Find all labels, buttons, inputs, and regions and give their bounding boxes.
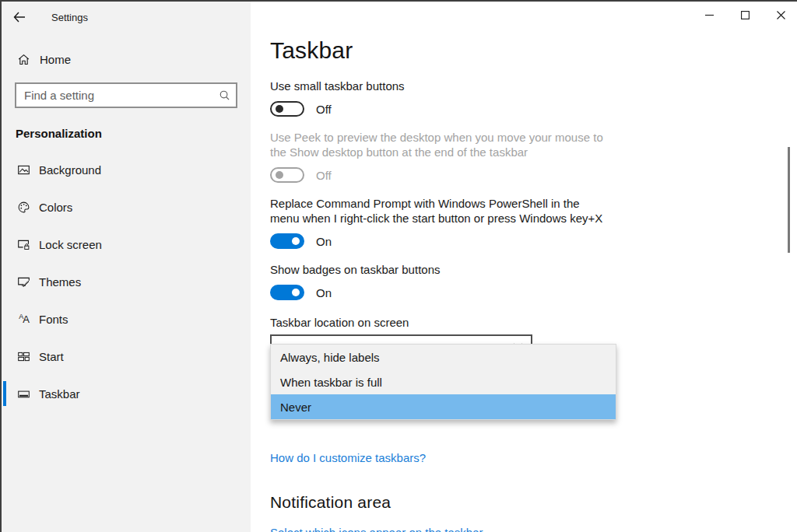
sidebar-section-title: Personalization: [16, 127, 251, 140]
sidebar-home-label: Home: [40, 53, 71, 66]
toggle-state-label: Off: [316, 169, 332, 182]
notification-area-title: Notification area: [270, 493, 797, 512]
toggle-knob: [276, 105, 283, 113]
palette-icon: [17, 201, 30, 214]
toggle-use-peek: [270, 167, 304, 183]
toggle-replace-command-prompt[interactable]: [270, 233, 304, 249]
settings-window: Settings Home Personalization Background: [0, 0, 797, 532]
setting-row-powershell: On: [270, 233, 797, 249]
vertical-scrollbar-thumb[interactable]: [788, 147, 790, 253]
setting-label-small-buttons: Use small taskbar buttons: [270, 79, 606, 93]
sidebar-item-themes[interactable]: Themes: [2, 263, 251, 300]
taskbar-location-label: Taskbar location on screen: [270, 316, 797, 329]
back-button[interactable]: [2, 2, 37, 32]
sidebar-item-label: Fonts: [39, 313, 68, 326]
minimize-icon: [705, 11, 714, 19]
sidebar-item-label: Lock screen: [39, 238, 102, 251]
toggle-knob: [292, 289, 300, 296]
sidebar-item-label: Themes: [39, 275, 81, 289]
toggle-knob: [292, 237, 300, 245]
fonts-icon: AA: [17, 313, 30, 326]
lock-screen-icon: [17, 238, 30, 251]
toggle-state-label: On: [316, 235, 332, 248]
setting-label-badges: Show badges on taskbar buttons: [270, 262, 606, 277]
sidebar-item-lock-screen[interactable]: Lock screen: [2, 226, 251, 263]
themes-icon: [17, 275, 30, 289]
toggle-state-label: On: [316, 286, 332, 299]
customize-taskbars-link[interactable]: How do I customize taskbars?: [270, 451, 426, 464]
toggle-show-badges[interactable]: [270, 285, 304, 300]
maximize-icon: [741, 11, 750, 19]
setting-row-peek: Off: [270, 167, 797, 183]
sidebar-item-label: Taskbar: [39, 387, 80, 401]
search-icon[interactable]: [212, 89, 236, 101]
page-title: Taskbar: [270, 36, 797, 65]
sidebar-item-colors[interactable]: Colors: [2, 188, 251, 226]
setting-label-peek: Use Peek to preview the desktop when you…: [270, 130, 606, 159]
close-icon: [777, 11, 785, 19]
search-input[interactable]: [16, 89, 212, 102]
setting-label-powershell: Replace Command Prompt with Windows Powe…: [270, 196, 606, 226]
setting-row-small-buttons: Off: [270, 101, 797, 117]
sidebar-item-background[interactable]: Background: [2, 151, 251, 188]
combine-buttons-flyout: Always, hide labels When taskbar is full…: [270, 344, 616, 420]
sidebar-item-label: Start: [39, 350, 64, 363]
selection-accent-bar: [3, 381, 6, 406]
sidebar-item-start[interactable]: Start: [2, 338, 251, 375]
flyout-option-never[interactable]: Never: [271, 394, 616, 419]
select-icons-link[interactable]: Select which icons appear on the taskbar: [270, 526, 483, 532]
search-box: [15, 82, 237, 108]
maximize-button[interactable]: [727, 2, 763, 28]
flyout-option-when-taskbar-full[interactable]: When taskbar is full: [271, 369, 616, 394]
close-button[interactable]: [763, 2, 797, 28]
flyout-option-always-hide-labels[interactable]: Always, hide labels: [271, 345, 616, 369]
taskbar-icon: [17, 387, 30, 401]
window-controls: [691, 2, 797, 28]
sidebar: Settings Home Personalization Background: [2, 2, 251, 532]
setting-row-badges: On: [270, 285, 797, 300]
minimize-button[interactable]: [691, 2, 727, 28]
start-tiles-icon: [17, 350, 30, 363]
sidebar-item-home[interactable]: Home: [2, 44, 251, 75]
sidebar-item-taskbar[interactable]: Taskbar: [2, 375, 251, 412]
sidebar-nav: Background Colors Lock screen: [2, 151, 251, 412]
main-content: Taskbar Use small taskbar buttons Off Us…: [251, 2, 797, 532]
toggle-use-small-taskbar-buttons[interactable]: [270, 101, 304, 117]
toggle-state-label: Off: [316, 103, 332, 116]
sidebar-item-label: Background: [39, 163, 101, 177]
app-title: Settings: [51, 12, 88, 23]
home-icon: [17, 53, 30, 66]
image-icon: [17, 163, 30, 177]
sidebar-item-label: Colors: [39, 201, 72, 214]
sidebar-item-fonts[interactable]: AA Fonts: [2, 300, 251, 338]
titlebar-left: Settings: [2, 2, 251, 33]
toggle-knob: [276, 171, 283, 179]
back-arrow-icon: [13, 12, 26, 23]
